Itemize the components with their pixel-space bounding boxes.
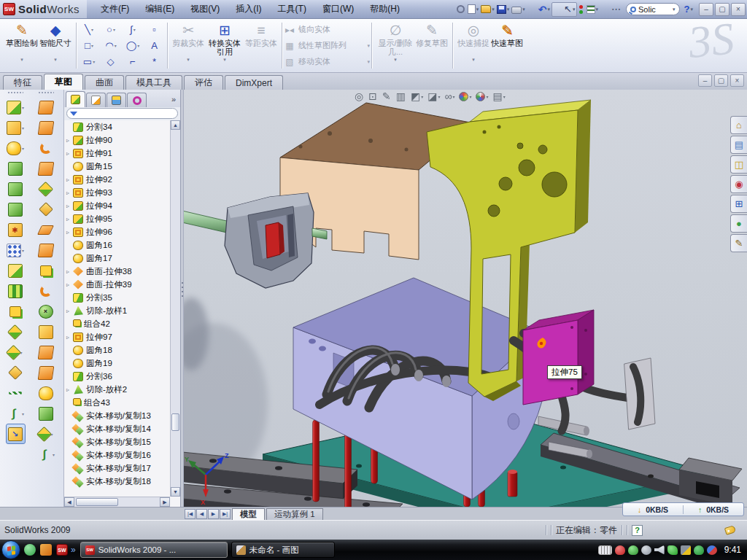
tray-icon[interactable] <box>694 545 704 555</box>
toolbar-icon[interactable] <box>578 2 585 17</box>
repair-sketch-button[interactable]: ✎ 修复草图 <box>415 20 449 71</box>
expander-icon[interactable]: ▹ <box>66 203 73 209</box>
feature-tool-button[interactable] <box>39 219 53 240</box>
side-block[interactable] <box>523 310 594 405</box>
feature-tool-button[interactable] <box>39 322 54 342</box>
exploded-mold-assembly[interactable]: Y Z X <box>184 90 747 507</box>
quick-tips-button[interactable]: ? <box>632 525 643 536</box>
feature-tool-button[interactable]: ∫▾ <box>7 403 24 424</box>
toolbar-grip[interactable] <box>38 91 54 95</box>
quick-launch-icon[interactable]: SW <box>56 544 68 556</box>
tree-item[interactable]: ▹ 拉伸91 <box>64 147 170 160</box>
expander-icon[interactable]: ▹ <box>66 176 73 183</box>
feature-tool-button[interactable]: ▾ <box>7 240 24 260</box>
tab-feature-manager[interactable] <box>66 91 85 107</box>
tag-icon[interactable] <box>724 525 736 535</box>
menu-item[interactable]: 窗口(W) <box>314 3 362 15</box>
rapid-sketch-button[interactable]: ✎ 快速草图 <box>490 20 524 71</box>
view-tool-button[interactable]: ▥ <box>396 90 406 102</box>
tray-icon[interactable] <box>707 545 717 555</box>
tree-item[interactable]: ▹ 组合43 <box>64 396 170 409</box>
mirror-entities-button[interactable]: ▸◂ 镜向实体 <box>284 23 370 37</box>
feature-tool-button[interactable]: × <box>39 301 54 322</box>
tree-item[interactable]: ▹ 圆角16 <box>64 238 170 252</box>
view-tool-button[interactable]: ◩▾ <box>411 90 423 102</box>
quick-launch-icon[interactable] <box>40 544 52 556</box>
ejector-pin[interactable] <box>508 470 517 497</box>
tree-item[interactable]: ▹ 拉伸95 <box>64 212 170 225</box>
tree-item[interactable]: ▹ 实体-移动/复制16 <box>64 448 170 462</box>
sketch-entity-button[interactable]: □▾ <box>78 38 100 54</box>
feature-tool-button[interactable] <box>9 383 23 403</box>
sketch-entity-button[interactable]: ◠▾ <box>100 38 122 54</box>
view-tool-button[interactable]: ⊡ <box>368 90 378 102</box>
feature-tool-button[interactable] <box>8 281 23 301</box>
view-tool-button[interactable]: ◎ <box>355 90 364 102</box>
view-tool-button[interactable]: ◪▾ <box>427 90 440 102</box>
view-tool-button[interactable]: ▤▾ <box>492 90 505 102</box>
convert-entities-button[interactable]: ⊞ 转换实体引用 ▾ <box>205 20 244 71</box>
ribbon-tab[interactable]: 草图 <box>44 74 83 90</box>
expander-icon[interactable]: ▹ <box>66 334 73 341</box>
feature-tool-button[interactable] <box>8 199 23 219</box>
toolbar-icon[interactable]: ▾ <box>586 2 600 17</box>
tree-item[interactable]: ▹ 拉伸97 <box>64 330 170 343</box>
toolbar-grip[interactable] <box>7 91 23 95</box>
feature-tool-button[interactable] <box>40 260 53 281</box>
tree-item[interactable]: ▹ 组合42 <box>64 317 170 330</box>
tree-item[interactable]: ▹ 拉伸96 <box>64 225 170 238</box>
tree-item[interactable]: ▹ 切除-放样1 <box>64 304 170 317</box>
tree-vertical-scrollbar[interactable]: ▲ ▼ <box>170 120 180 497</box>
feature-tool-button[interactable] <box>9 322 21 342</box>
tree-item[interactable]: ▹ 实体-移动/复制13 <box>64 409 170 422</box>
tree-overflow-chevron[interactable]: » <box>171 95 176 104</box>
toolbar-icon[interactable]: ▾ <box>480 2 495 17</box>
tray-icon[interactable] <box>681 545 691 555</box>
tree-item[interactable]: ▹ 实体-移动/复制17 <box>64 462 170 475</box>
toolbar-icon[interactable]: ▾ <box>496 2 511 17</box>
view-tool-button[interactable]: ▾ <box>476 92 488 101</box>
toolbar-icon[interactable] <box>456 2 466 17</box>
red-insert[interactable] <box>266 222 280 258</box>
feature-tool-button[interactable]: ▾ <box>8 342 22 362</box>
sketch-entity-button[interactable]: ○▾ <box>100 22 122 38</box>
toolbar-icon[interactable]: ↖▾ <box>551 2 576 17</box>
expander-icon[interactable]: ▹ <box>66 229 73 236</box>
feature-tool-button[interactable] <box>8 260 23 281</box>
tree-item[interactable]: ▹ 圆角19 <box>64 357 170 370</box>
feature-tool-button[interactable] <box>39 97 54 117</box>
menu-item[interactable]: 帮助(H) <box>362 3 408 15</box>
search-dropdown-icon[interactable]: ▾ <box>673 7 676 12</box>
tree-item[interactable]: ▹ 实体-移动/复制14 <box>64 422 170 435</box>
feature-tool-button[interactable]: ▾ <box>7 117 24 138</box>
sketch-entity-button[interactable]: ▫ <box>144 22 166 38</box>
tree-item[interactable]: ▹ 拉伸93 <box>64 186 170 199</box>
feature-tool-button[interactable] <box>39 158 54 179</box>
tree-item[interactable]: ▹ 实体-移动/复制18 <box>64 475 170 488</box>
expander-icon[interactable]: ▹ <box>66 308 73 314</box>
feature-tool-button[interactable]: ↘ <box>6 424 26 444</box>
feature-tool-button[interactable] <box>39 240 54 260</box>
menu-item[interactable]: 编辑(E) <box>137 3 182 15</box>
task-pane-tab[interactable]: ▤ <box>730 136 747 154</box>
feature-tool-button[interactable] <box>40 179 52 199</box>
linear-sketch-pattern-button[interactable]: ▦ 线性草图阵列 ▾ <box>284 39 370 53</box>
feature-tool-button[interactable]: ▾ <box>39 424 53 444</box>
task-pane-tab[interactable]: ◉ <box>730 175 747 193</box>
feature-tool-button[interactable] <box>8 158 23 179</box>
tree-item[interactable]: ▹ 圆角15 <box>64 160 170 173</box>
help-button[interactable]: ?▾ <box>684 2 694 17</box>
sketch-entity-button[interactable]: ▭▾ <box>78 54 100 70</box>
scroll-thumb[interactable] <box>171 413 179 431</box>
sketch-entity-button[interactable]: ⌐ <box>122 54 144 70</box>
expander-icon[interactable]: ▹ <box>66 190 73 196</box>
tree-item[interactable]: ▹ 实体-移动/复制15 <box>64 435 170 448</box>
document-window-button[interactable]: – <box>698 74 712 87</box>
menu-item[interactable]: 文件(F) <box>93 3 137 15</box>
toolbar-icon[interactable]: ↶▾ <box>527 2 551 17</box>
feature-tool-button[interactable] <box>39 117 54 138</box>
feature-tool-button[interactable] <box>10 362 21 383</box>
tree-item[interactable]: ▹ 拉伸90 <box>64 133 170 147</box>
tree-item[interactable]: ▹ 拉伸92 <box>64 173 170 186</box>
document-window-button[interactable]: × <box>730 74 744 87</box>
